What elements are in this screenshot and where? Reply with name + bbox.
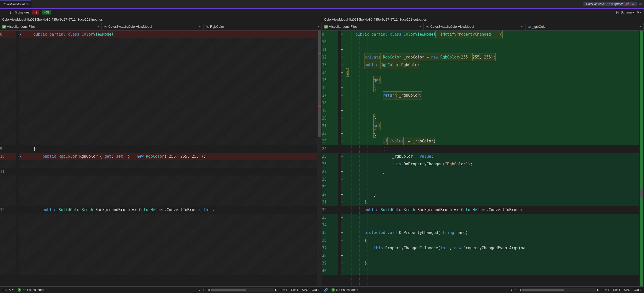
status-right: 🔗 ✓ No issues found 🖌▾ ◀ ▶ Ln: 1 Ch: 1 S… (322, 286, 644, 293)
link-icon[interactable]: 🔗 (324, 288, 328, 292)
summary-button[interactable]: Summary (616, 11, 634, 14)
crumb-label: Miscellaneous Files (329, 25, 357, 28)
crumb-project-right[interactable]: C# Miscellaneous Files▼ (322, 23, 424, 30)
chevron-down-icon: ▼ (97, 25, 99, 28)
crumb-class-left[interactable]: ColorSwatch.ColorViewModel▼ (102, 23, 203, 30)
next-change-button[interactable]: ↓ (9, 10, 12, 15)
crumb-label: RgbColor (210, 25, 224, 28)
document-icon (616, 11, 619, 14)
crumb-member-right[interactable]: _rgbColor▼ (525, 23, 644, 30)
svg-point-7 (106, 26, 107, 27)
left-pane[interactable]: 89101112-- public partial class ColorVie… (0, 31, 322, 286)
horizontal-scrollbar[interactable] (211, 288, 274, 292)
zoom-level[interactable]: 100 % ▼ (2, 288, 14, 292)
chevron-down-icon: ▼ (521, 25, 523, 28)
file-headers: ColorViewModel-8a0219be-4e30-435e-9d27-9… (0, 16, 644, 23)
crumb-label: _rgbColor (532, 25, 547, 28)
horizontal-scrollbar[interactable] (522, 288, 596, 292)
svg-point-6 (104, 26, 106, 27)
diff-toolbar: ↑ ↓ 5 changes -2 +31 Summary ⚙ ▼ (0, 8, 644, 16)
property-icon (206, 25, 209, 28)
svg-point-8 (207, 27, 209, 28)
line-ending[interactable]: CRLF (634, 288, 642, 292)
added-badge: +31 (42, 10, 51, 14)
scroll-left-icon[interactable]: ◀ (208, 288, 210, 291)
col-indicator[interactable]: Ch: 1 (613, 288, 620, 292)
right-file-header: ColorViewModel-8a0219be-4e30-435e-9d27-9… (322, 16, 644, 23)
scroll-right-icon[interactable]: ▶ (275, 288, 277, 291)
issues-indicator[interactable]: ✓ No issues found (18, 288, 44, 292)
svg-point-12 (428, 26, 429, 27)
chevron-down-icon: ▼ (12, 289, 14, 291)
crumb-project-left[interactable]: C# Miscellaneous Files▼ (0, 23, 102, 30)
right-pane[interactable]: 9101112131415161718192021222324252627282… (322, 31, 644, 286)
chevron-down-icon: ▼ (639, 25, 641, 28)
overview-ruler[interactable] (639, 31, 644, 286)
summary-label: Summary (621, 11, 634, 14)
tab-label: ColorViewModel.cs (3, 3, 29, 6)
status-bar: 100 % ▼ ✓ No issues found 🖌▾ ◀ ▶ Ln: 1 C… (0, 286, 644, 293)
scroll-right-icon[interactable]: ▶ (597, 288, 599, 291)
scroll-left-icon[interactable]: ◀ (519, 288, 521, 291)
removed-badge: -2 (32, 10, 39, 14)
line-ending[interactable]: CRLF (312, 288, 320, 292)
crumb-label: ColorSwatch.ColorViewModel (108, 25, 152, 28)
class-icon (426, 25, 429, 28)
chevron-down-icon: ▼ (419, 25, 421, 28)
tab-output-preview[interactable]: ColorViewMo...61-output.cs 📌 ✕ (583, 2, 637, 6)
issues-label: No issues found (336, 288, 358, 292)
issues-indicator[interactable]: ✓ No issues found (331, 288, 358, 292)
svg-point-11 (426, 26, 428, 27)
settings-button[interactable]: ⚙ ▼ (636, 11, 642, 14)
crumb-label: ColorSwatch.ColorViewModel (430, 25, 474, 28)
status-left: 100 % ▼ ✓ No issues found 🖌▾ ◀ ▶ Ln: 1 C… (0, 286, 322, 293)
pin-icon[interactable]: 📌 (625, 2, 629, 6)
prev-change-button[interactable]: ↑ (2, 10, 6, 15)
chevron-down-icon: ▼ (199, 25, 201, 28)
chevron-down-icon: ▼ (317, 25, 319, 28)
crumb-label: Miscellaneous Files (7, 25, 35, 28)
changes-count: 5 changes (15, 11, 29, 14)
field-icon (528, 25, 531, 28)
svg-text:C#: C# (3, 25, 6, 28)
col-indicator[interactable]: Ch: 1 (291, 288, 298, 292)
zoom-label: 100 % (2, 288, 11, 292)
check-icon: ✓ (331, 288, 335, 292)
vertical-scrollbar[interactable] (317, 31, 322, 286)
crumb-class-right[interactable]: ColorSwatch.ColorViewModel▼ (424, 23, 525, 30)
line-indicator[interactable]: Ln: 1 (281, 288, 288, 292)
diff-view: 89101112-- public partial class ColorVie… (0, 31, 644, 286)
indent-mode[interactable]: SPC (302, 288, 308, 292)
navigation-bar: C# Miscellaneous Files▼ ColorSwatch.Colo… (0, 23, 644, 31)
left-file-header: ColorViewModel-8a0219be-4e30-435e-9d27-9… (0, 16, 322, 23)
document-tab-bar: ColorViewModel.cs ColorViewMo...61-outpu… (0, 0, 644, 8)
tab-label: ColorViewMo...61-output.cs (586, 2, 623, 6)
gear-icon: ⚙ (636, 11, 639, 14)
svg-rect-13 (528, 26, 530, 27)
csharp-icon: C# (324, 25, 328, 28)
close-icon[interactable]: ✕ (632, 2, 634, 6)
crumb-member-left[interactable]: RgbColor▼ (203, 23, 322, 30)
check-icon: ✓ (18, 288, 21, 292)
issues-label: No issues found (22, 288, 44, 292)
svg-text:C#: C# (325, 25, 328, 28)
gear-icon[interactable]: ⚙ (639, 2, 642, 6)
cleanup-button[interactable]: 🖌▾ (198, 288, 204, 292)
line-indicator[interactable]: Ln: 1 (603, 288, 610, 292)
cleanup-button[interactable]: 🖌▾ (510, 288, 516, 292)
tab-colorviewmodel[interactable]: ColorViewModel.cs (0, 0, 32, 8)
indent-mode[interactable]: SPC (624, 288, 630, 292)
class-icon (104, 25, 107, 28)
chevron-down-icon: ▼ (640, 11, 642, 14)
csharp-icon: C# (2, 25, 6, 28)
